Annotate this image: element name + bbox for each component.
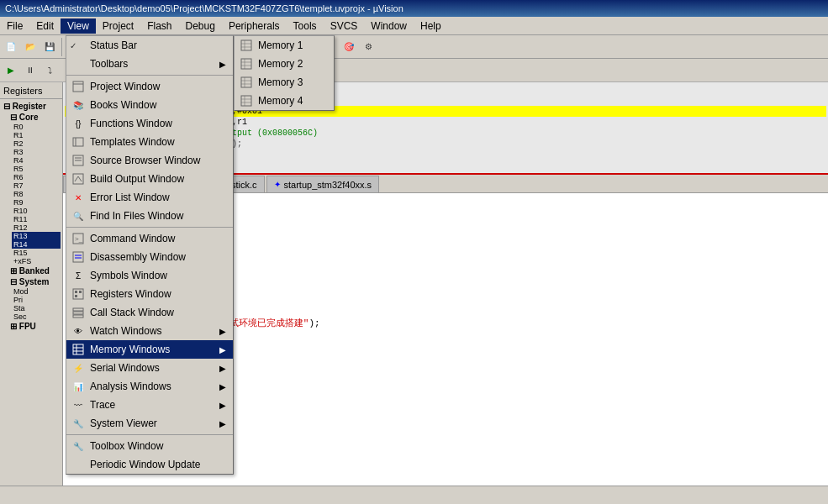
trace-icon: 〰	[71, 398, 85, 412]
tab-startup[interactable]: ✦ startup_stm32f40xx.s	[266, 176, 380, 192]
memory-1[interactable]: Memory 1	[235, 36, 334, 55]
toolbars-label: Toolbars	[90, 58, 128, 70]
svg-rect-16	[75, 295, 77, 297]
menu-help[interactable]: Help	[414, 18, 448, 34]
register-expand-icon[interactable]: ⊟	[3, 102, 10, 111]
settings-btn[interactable]: ⚙	[359, 38, 377, 56]
disassembly-window-label: Disassembly Window	[90, 251, 186, 263]
templates-window-label: Templates Window	[90, 136, 175, 148]
open-btn[interactable]: 📂	[21, 38, 40, 56]
menu-status-bar[interactable]: ✓ Status Bar	[66, 36, 233, 55]
analysis-windows-icon: 📊	[71, 380, 85, 393]
svg-rect-20	[73, 344, 83, 354]
left-panel: Registers ⊟ Register ⊟ Core R0 R1 R2 R3 …	[0, 82, 63, 486]
menu-command-window[interactable]: >_ Command Window	[66, 229, 233, 248]
halt-btn[interactable]: ⏸	[21, 61, 40, 80]
menu-periodic-window-update[interactable]: Periodic Window Update	[66, 455, 233, 474]
reg-mode: Mod	[12, 287, 61, 296]
reg-r1: R1	[12, 131, 61, 139]
reg-r14: R14	[12, 240, 61, 249]
reg-r12: R12	[12, 223, 61, 232]
analysis-arrow-icon: ▶	[219, 382, 226, 391]
menu-toolbars[interactable]: Toolbars ▶	[66, 55, 233, 73]
menu-build-output-window[interactable]: Build Output Window	[66, 170, 233, 188]
toolbox-window-label: Toolbox Window	[90, 440, 163, 452]
menu-project-window[interactable]: Project Window	[66, 77, 233, 96]
menu-source-browser-window[interactable]: Source Browser Window	[66, 151, 233, 170]
project-window-icon	[71, 80, 85, 93]
menu-view[interactable]: View	[61, 18, 96, 34]
step-over-btn[interactable]: ⤵	[40, 61, 59, 80]
menu-call-stack-window[interactable]: Call Stack Window	[66, 303, 233, 322]
reg-r10: R10	[12, 207, 61, 215]
menu-symbols-window[interactable]: Σ Symbols Window	[66, 266, 233, 285]
svg-rect-36	[241, 96, 251, 106]
titlebar: C:\Users\Administrator\Desktop\demo05\Pr…	[0, 0, 828, 17]
symbols-window-label: Symbols Window	[90, 270, 167, 281]
memory-3[interactable]: Memory 3	[235, 73, 334, 92]
menu-window[interactable]: Window	[364, 18, 414, 34]
system-header: ⊟ System	[8, 276, 61, 287]
memory-2-icon	[240, 57, 253, 71]
svg-rect-2	[73, 138, 83, 146]
menu-project[interactable]: Project	[96, 18, 140, 34]
system-viewer-label: System Viewer	[90, 417, 157, 429]
find-files-window-icon: 🔍	[71, 209, 85, 223]
svg-rect-13	[73, 289, 83, 299]
save-btn[interactable]: 💾	[40, 38, 59, 56]
menu-error-list-window[interactable]: ✕ Error List Window	[66, 188, 233, 207]
menu-debug[interactable]: Debug	[179, 18, 222, 34]
memory-3-label: Memory 3	[258, 76, 303, 88]
menu-trace[interactable]: 〰 Trace ▶	[66, 396, 233, 414]
menu-templates-window[interactable]: Templates Window	[66, 133, 233, 151]
menu-functions-window[interactable]: {} Functions Window	[66, 114, 233, 133]
menu-file[interactable]: File	[0, 18, 29, 34]
menu-tools[interactable]: Tools	[287, 18, 324, 34]
reg-sec: Sec	[12, 312, 61, 321]
registers-content: ⊟ Register ⊟ Core R0 R1 R2 R3 R4 R5 R6 R…	[0, 99, 62, 333]
new-btn[interactable]: 📄	[2, 38, 20, 56]
command-window-icon: >_	[71, 232, 85, 245]
toolbox-window-icon: 🔧	[71, 439, 85, 453]
memory-4[interactable]: Memory 4	[235, 92, 334, 110]
menu-find-files-window[interactable]: 🔍 Find In Files Window	[66, 207, 233, 225]
menu-toolbox-window[interactable]: 🔧 Toolbox Window	[66, 437, 233, 455]
svg-rect-15	[79, 291, 82, 293]
menu-disassembly-window[interactable]: Disassembly Window	[66, 248, 233, 266]
menu-system-viewer[interactable]: 🔧 System Viewer ▶	[66, 414, 233, 433]
run-btn[interactable]: ▶	[2, 61, 20, 80]
memory-1-label: Memory 1	[258, 39, 303, 51]
memory-4-label: Memory 4	[258, 95, 303, 107]
menu-memory-windows[interactable]: Memory Windows ▶	[66, 340, 233, 359]
memory-2[interactable]: Memory 2	[235, 55, 334, 73]
registers-window-label: Registers Window	[90, 288, 171, 300]
banked-header: ⊞ Banked	[8, 265, 61, 276]
reg-r0: R0	[12, 123, 61, 131]
reg-r3: R3	[12, 148, 61, 156]
functions-window-label: Functions Window	[90, 118, 172, 129]
tab-label-startup: startup_stm32f40xx.s	[284, 180, 372, 190]
menu-analysis-windows[interactable]: 📊 Analysis Windows ▶	[66, 377, 233, 396]
menu-svcs[interactable]: SVCS	[324, 18, 365, 34]
svg-text:>_: >_	[75, 235, 83, 243]
svg-rect-10	[73, 252, 83, 262]
call-stack-window-label: Call Stack Window	[90, 307, 174, 318]
svg-rect-17	[73, 308, 83, 311]
menu-peripherals[interactable]: Peripherals	[222, 18, 287, 34]
svg-rect-28	[241, 59, 251, 69]
symbols-window-icon: Σ	[71, 269, 85, 282]
registers-tab-label: Registers	[3, 86, 42, 96]
menu-flash[interactable]: Flash	[140, 18, 178, 34]
menu-edit[interactable]: Edit	[29, 18, 61, 34]
menu-watch-windows[interactable]: 👁 Watch Windows ▶	[66, 322, 233, 340]
reg-r6: R6	[12, 173, 61, 181]
menu-serial-windows[interactable]: ⚡ Serial Windows ▶	[66, 359, 233, 377]
menu-books-window[interactable]: 📚 Books Window	[66, 96, 233, 114]
registers-tab[interactable]: Registers	[0, 82, 62, 99]
target-btn[interactable]: 🎯	[340, 38, 358, 56]
reg-pri: Pri	[12, 296, 61, 304]
functions-window-icon: {}	[71, 117, 85, 130]
memory-arrow-icon: ▶	[219, 345, 226, 354]
analysis-windows-label: Analysis Windows	[90, 381, 171, 392]
menu-registers-window[interactable]: Registers Window	[66, 285, 233, 303]
